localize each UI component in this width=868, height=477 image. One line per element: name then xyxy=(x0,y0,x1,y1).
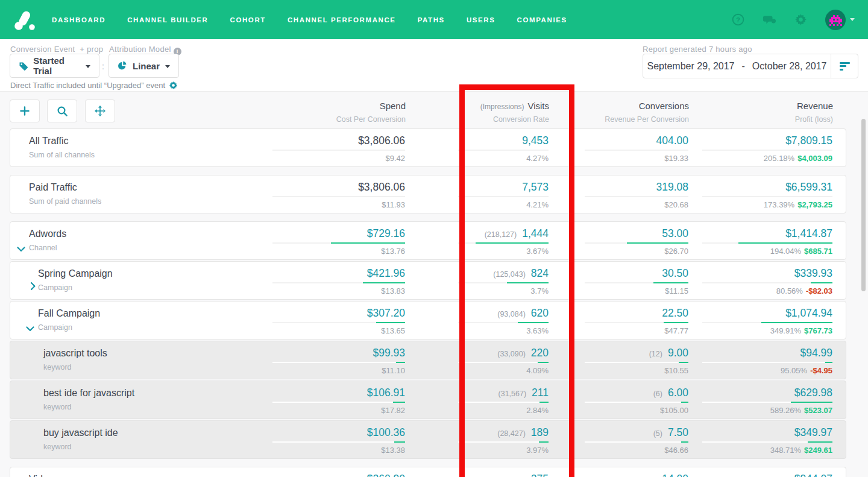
table-row[interactable]: Video $260.90 275 14.00 $944.07 xyxy=(10,467,846,477)
row-expand-chevron[interactable] xyxy=(17,244,25,249)
profit-percent-value: 80.56% xyxy=(776,286,803,295)
revenue-value[interactable]: $94.99 xyxy=(800,347,832,359)
spend-value[interactable]: $3,806.06 xyxy=(358,181,405,193)
revenue-bar-track xyxy=(702,441,832,443)
profit-value: $685.71 xyxy=(804,247,832,256)
row-title: buy javascript ide xyxy=(43,428,118,438)
impressions-value: (218,127) xyxy=(485,230,517,239)
date-filter-button[interactable] xyxy=(831,54,858,78)
avatar-image xyxy=(825,10,846,30)
spend-value[interactable]: $421.96 xyxy=(367,267,405,279)
user-avatar[interactable] xyxy=(825,10,855,30)
vertical-scrollbar[interactable] xyxy=(861,119,866,291)
report-generated-label: Report generated 7 hours ago xyxy=(643,45,752,54)
table-row[interactable]: best ide for javascript keyword $106.91 … xyxy=(10,381,846,419)
revenue-value[interactable]: $7,809.15 xyxy=(785,134,832,147)
table-row[interactable]: javascript tools keyword $99.93 $11.10 (… xyxy=(10,341,846,379)
visits-bar-fill xyxy=(476,242,549,244)
table-row[interactable]: All Traffic Sum of all channels $3,806.0… xyxy=(10,128,846,167)
profit-percent-value: 349.91% xyxy=(770,326,801,335)
visits-bar-track xyxy=(458,322,549,323)
table-row[interactable]: Adwords Channel $729.16 $13.76 (218,127)… xyxy=(10,221,846,260)
spend-bar-fill xyxy=(331,242,405,244)
svg-text:?: ? xyxy=(735,16,740,24)
visits-cell: (31,567)211 2.84% xyxy=(404,381,549,419)
move-button[interactable] xyxy=(85,100,115,122)
nav-item-companies[interactable]: COMPANIES xyxy=(517,16,567,24)
visits-cell: 275 xyxy=(404,467,549,477)
date-range-picker[interactable]: September 29, 2017 - October 28, 2017 xyxy=(643,54,858,78)
nav-item-dashboard[interactable]: DASHBOARD xyxy=(52,16,105,24)
cost-per-conversion-value: $13.76 xyxy=(381,247,405,256)
revenue-cell: $944.07 xyxy=(664,467,832,477)
nav-item-users[interactable]: USERS xyxy=(467,16,495,24)
column-header-revenue: Revenue Profit (loss) xyxy=(795,101,833,124)
cost-per-conversion-value: $13.38 xyxy=(381,446,405,455)
settings-gear-icon[interactable] xyxy=(794,13,807,27)
revenue-value[interactable]: $629.98 xyxy=(794,387,832,399)
table-row[interactable]: Fall Campaign Campaign $307.20 $13.65 (9… xyxy=(10,301,846,340)
spend-value[interactable]: $260.90 xyxy=(367,473,405,477)
revenue-cell: $7,809.15 205.18%$4,003.09 xyxy=(664,129,832,166)
spend-value[interactable]: $106.91 xyxy=(367,387,405,399)
nav-item-channel-builder[interactable]: CHANNEL BUILDER xyxy=(127,16,208,24)
profit-value: -$82.03 xyxy=(806,286,832,295)
profit-value: $2,793.25 xyxy=(797,200,832,209)
spend-cell: $3,806.06 $11.93 xyxy=(260,175,405,213)
visits-bar-fill xyxy=(507,282,549,283)
visits-bar-track xyxy=(458,362,549,363)
conversion-event-dropdown[interactable]: Started Trial xyxy=(10,54,99,78)
revenue-value[interactable]: $944.07 xyxy=(794,473,832,477)
note-gear-icon[interactable] xyxy=(169,81,178,90)
spend-cell: $307.20 $13.65 xyxy=(260,302,405,339)
spend-value[interactable]: $3,806.06 xyxy=(358,134,405,147)
revenue-value[interactable]: $1,414.87 xyxy=(785,227,832,239)
spend-bar-track xyxy=(272,150,405,151)
row-expand-chevron[interactable] xyxy=(26,323,34,329)
spend-value[interactable]: $99.93 xyxy=(373,347,405,359)
attribution-model-dropdown[interactable]: Linear xyxy=(108,54,179,78)
conversion-count-value: (12) xyxy=(649,350,662,358)
spend-bar-track xyxy=(272,282,405,283)
profit-value: $523.07 xyxy=(804,406,832,415)
nav-item-cohort[interactable]: COHORT xyxy=(230,16,265,24)
impressions-value: (93,084) xyxy=(497,310,526,318)
revenue-value[interactable]: $6,599.31 xyxy=(785,181,832,193)
chevron-down-icon xyxy=(165,65,170,68)
spend-value[interactable]: $100.36 xyxy=(367,426,405,438)
impressions-value: (125,043) xyxy=(493,270,526,279)
table-body: All Traffic Sum of all channels $3,806.0… xyxy=(10,128,846,477)
revenue-bar-track xyxy=(702,150,832,151)
nav-item-paths[interactable]: PATHS xyxy=(418,16,445,24)
revenue-value[interactable]: $349.97 xyxy=(794,426,832,438)
table-row[interactable]: buy javascript ide keyword $100.36 $13.3… xyxy=(10,420,846,459)
pie-chart-icon xyxy=(118,60,127,71)
search-button[interactable] xyxy=(47,100,77,122)
date-start[interactable]: September 29, 2017 xyxy=(647,61,735,72)
add-channel-button[interactable] xyxy=(10,100,40,122)
revenue-value[interactable]: $1,074.94 xyxy=(785,307,832,319)
spend-bar-fill xyxy=(376,322,405,323)
row-expand-chevron[interactable] xyxy=(28,282,33,291)
revenue-value[interactable]: $339.93 xyxy=(794,267,832,279)
revenue-bar-fill xyxy=(825,362,832,363)
table-row[interactable]: Spring Campaign Campaign $421.96 $13.83 … xyxy=(10,261,846,300)
visits-bar-track xyxy=(458,441,549,443)
row-subtitle: Sum of paid channels xyxy=(29,197,101,206)
spend-bar-track xyxy=(272,402,405,403)
table-row[interactable]: Paid Traffic Sum of paid channels $3,806… xyxy=(10,175,846,213)
chevron-down-icon xyxy=(86,65,90,68)
help-icon[interactable]: ? xyxy=(731,13,744,27)
spend-value[interactable]: $307.20 xyxy=(367,307,405,319)
attribution-logo-icon[interactable] xyxy=(13,8,36,31)
add-prop-link[interactable]: + prop xyxy=(80,45,103,54)
impressions-value: (28,427) xyxy=(497,429,526,438)
nav-menu: DASHBOARD CHANNEL BUILDER COHORT CHANNEL… xyxy=(52,16,567,24)
top-nav: DASHBOARD CHANNEL BUILDER COHORT CHANNEL… xyxy=(0,0,868,39)
nav-item-channel-performance[interactable]: CHANNEL PERFORMANCE xyxy=(288,16,396,24)
row-title: best ide for javascript xyxy=(43,388,134,399)
row-title: Adwords xyxy=(29,229,66,239)
date-end[interactable]: October 28, 2017 xyxy=(752,61,827,72)
spend-value[interactable]: $729.16 xyxy=(367,227,405,239)
chat-icon[interactable] xyxy=(763,13,776,27)
